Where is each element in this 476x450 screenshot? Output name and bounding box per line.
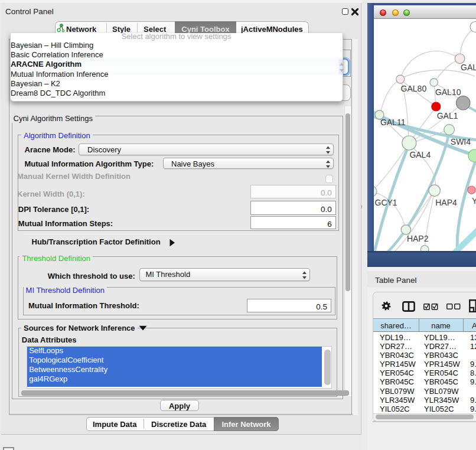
svg-text:GAL7: GAL7 <box>461 62 476 71</box>
svg-text:HAP4: HAP4 <box>435 198 457 207</box>
svg-text:GAL80: GAL80 <box>401 83 427 93</box>
svg-text:SWI4: SWI4 <box>451 137 471 146</box>
svg-text:GAL1: GAL1 <box>437 110 458 120</box>
svg-text:GAL4: GAL4 <box>409 149 431 159</box>
svg-text:HAP2: HAP2 <box>407 233 429 243</box>
svg-text:GAL10: GAL10 <box>435 87 461 97</box>
svg-text:GCY1: GCY1 <box>375 198 397 207</box>
svg-text:Y: Y <box>472 196 476 206</box>
svg-text:GAL11: GAL11 <box>380 117 406 126</box>
